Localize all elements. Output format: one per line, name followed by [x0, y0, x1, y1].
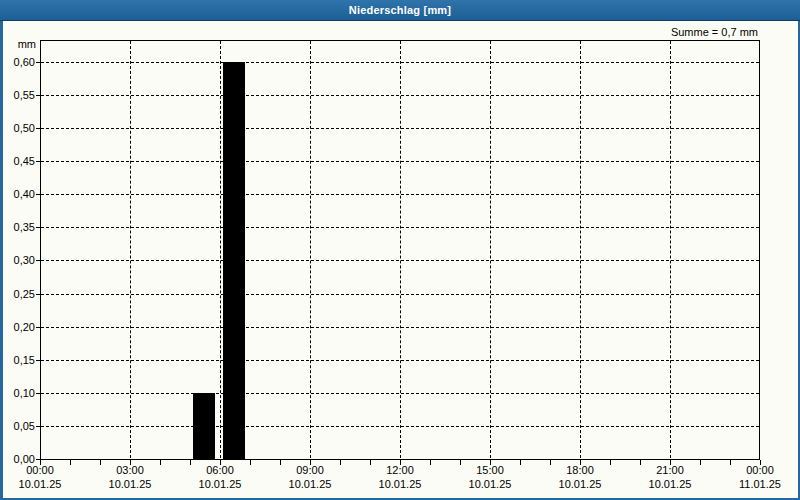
precipitation-bar — [223, 62, 245, 459]
y-axis-tick — [36, 161, 40, 162]
y-axis-tick — [36, 227, 40, 228]
y-axis-tick — [36, 426, 40, 427]
x-axis-date-label: 11.01.25 — [725, 478, 795, 490]
x-axis-time-label: 00:00 — [725, 464, 795, 476]
x-gridline — [220, 41, 221, 458]
y-axis-tick-label: 0,55 — [2, 89, 35, 101]
y-axis-tick-label: 0,30 — [2, 254, 35, 266]
x-gridline — [130, 41, 131, 458]
x-gridline — [670, 41, 671, 458]
x-gridline — [490, 41, 491, 458]
x-axis-time-label: 06:00 — [185, 464, 255, 476]
x-gridline — [400, 41, 401, 458]
y-axis-tick — [36, 128, 40, 129]
x-axis-date-label: 10.01.25 — [275, 478, 345, 490]
x-axis-time-label: 00:00 — [5, 464, 75, 476]
y-axis-tick — [36, 95, 40, 96]
x-axis-time-label: 18:00 — [545, 464, 615, 476]
x-axis-date-label: 10.01.25 — [635, 478, 705, 490]
y-axis-tick-label: 0,20 — [2, 321, 35, 333]
y-axis-unit-label: mm — [2, 38, 36, 50]
x-axis-date-label: 10.01.25 — [365, 478, 435, 490]
chart-window: Niederschlag [mm] Summe = 0,7 mm mm 0,00… — [0, 0, 800, 500]
x-axis-time-label: 03:00 — [95, 464, 165, 476]
x-axis-time-label: 15:00 — [455, 464, 525, 476]
x-axis-time-label: 21:00 — [635, 464, 705, 476]
y-axis-tick — [36, 393, 40, 394]
x-axis-date-label: 10.01.25 — [455, 478, 525, 490]
y-axis-tick — [36, 360, 40, 361]
y-axis-tick-label: 0,05 — [2, 420, 35, 432]
x-axis-date-label: 10.01.25 — [545, 478, 615, 490]
y-axis-tick-label: 0,15 — [2, 354, 35, 366]
y-axis-tick-label: 0,60 — [2, 56, 35, 68]
x-axis-date-label: 10.01.25 — [95, 478, 165, 490]
window-title: Niederschlag [mm] — [349, 4, 451, 16]
y-axis-tick-label: 0,25 — [2, 288, 35, 300]
window-titlebar: Niederschlag [mm] — [0, 0, 800, 21]
y-axis-tick-label: 0,50 — [2, 122, 35, 134]
x-axis-date-label: 10.01.25 — [5, 478, 75, 490]
y-axis-tick-label: 0,35 — [2, 221, 35, 233]
sum-label: Summe = 0,7 mm — [508, 26, 758, 38]
y-axis-tick — [36, 294, 40, 295]
y-axis-tick — [36, 62, 40, 63]
x-axis-time-label: 09:00 — [275, 464, 345, 476]
x-axis-time-label: 12:00 — [365, 464, 435, 476]
y-axis-tick-label: 0,45 — [2, 155, 35, 167]
precipitation-bar — [193, 393, 215, 459]
x-gridline — [310, 41, 311, 458]
y-axis-tick — [36, 194, 40, 195]
y-axis-tick — [36, 327, 40, 328]
x-axis-date-label: 10.01.25 — [185, 478, 255, 490]
x-gridline — [580, 41, 581, 458]
y-axis-tick-label: 0,40 — [2, 188, 35, 200]
y-axis-tick-label: 0,10 — [2, 387, 35, 399]
y-axis-tick — [36, 260, 40, 261]
